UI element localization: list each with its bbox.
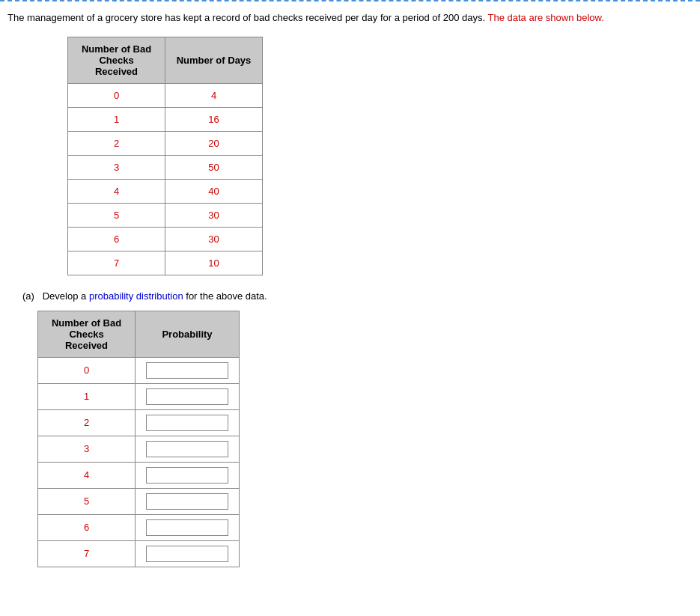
prob-checks-value: 7: [38, 540, 136, 567]
prob-table-row: 6: [38, 514, 240, 540]
table-row: 116: [68, 107, 263, 131]
prob-checks-value: 3: [38, 436, 136, 462]
prob-checks-value: 6: [38, 514, 136, 540]
prob-table-row: 0: [38, 357, 240, 383]
prob-input-7[interactable]: [146, 546, 228, 562]
checks-value: 2: [68, 131, 165, 155]
days-value: 16: [165, 107, 263, 131]
prob-col1-header: Number of Bad Checks Received: [38, 311, 136, 357]
prob-table-row: 1: [38, 383, 240, 409]
part-a-label: (a) Develop a probability distribution f…: [22, 290, 678, 302]
days-value: 20: [165, 131, 263, 155]
col1-header: Number of Bad Checks Received: [68, 37, 165, 83]
intro-text-highlight: The data are shown below.: [487, 12, 603, 23]
prob-checks-value: 2: [38, 409, 136, 436]
part-a-letter: (a): [22, 290, 34, 302]
prob-input-2[interactable]: [146, 415, 228, 431]
prob-table-row: 2: [38, 409, 240, 436]
checks-value: 6: [68, 227, 165, 251]
prob-checks-value: 4: [38, 462, 136, 488]
prob-input-5[interactable]: [146, 493, 228, 510]
table-row: 630: [68, 227, 263, 251]
table-row: 530: [68, 203, 263, 227]
days-value: 10: [165, 251, 263, 275]
prob-table-row: 7: [38, 540, 240, 567]
table-row: 710: [68, 251, 263, 275]
prob-input-cell[interactable]: [136, 409, 240, 436]
prob-table-row: 4: [38, 462, 240, 488]
prob-input-6[interactable]: [146, 519, 228, 536]
prob-table-row: 3: [38, 436, 240, 462]
days-value: 30: [165, 227, 263, 251]
checks-value: 0: [68, 83, 165, 107]
checks-value: 1: [68, 107, 165, 131]
checks-value: 3: [68, 155, 165, 179]
part-a-instruction-end: for the above data.: [186, 290, 267, 302]
prob-table: Number of Bad Checks Received Probabilit…: [37, 311, 240, 567]
top-border: [0, 0, 700, 1]
intro-text-before: The management of a grocery store has ke…: [7, 12, 485, 23]
prob-input-cell[interactable]: [136, 462, 240, 488]
intro-paragraph: The management of a grocery store has ke…: [0, 6, 700, 33]
table-row: 350: [68, 155, 263, 179]
days-value: 30: [165, 203, 263, 227]
checks-value: 7: [68, 251, 165, 275]
prob-input-0[interactable]: [146, 362, 228, 379]
col2-header: Number of Days: [165, 37, 263, 83]
prob-input-cell[interactable]: [136, 383, 240, 409]
prob-input-cell[interactable]: [136, 514, 240, 540]
prob-checks-value: 1: [38, 383, 136, 409]
part-a-instruction-blue: probability distribution: [89, 290, 183, 302]
table-row: 220: [68, 131, 263, 155]
days-value: 4: [165, 83, 263, 107]
checks-value: 5: [68, 203, 165, 227]
prob-checks-value: 5: [38, 488, 136, 514]
prob-input-cell[interactable]: [136, 357, 240, 383]
part-a-instruction-start: Develop a: [43, 290, 87, 302]
checks-value: 4: [68, 179, 165, 203]
days-value: 50: [165, 155, 263, 179]
prob-checks-value: 0: [38, 357, 136, 383]
prob-table-row: 5: [38, 488, 240, 514]
prob-input-cell[interactable]: [136, 540, 240, 567]
prob-input-4[interactable]: [146, 467, 228, 484]
table-row: 440: [68, 179, 263, 203]
prob-input-cell[interactable]: [136, 488, 240, 514]
prob-input-1[interactable]: [146, 388, 228, 405]
prob-input-3[interactable]: [146, 441, 228, 457]
prob-input-cell[interactable]: [136, 436, 240, 462]
table-row: 04: [68, 83, 263, 107]
prob-col2-header: Probability: [136, 311, 240, 357]
data-table: Number of Bad Checks Received Number of …: [67, 37, 263, 275]
content-area: Number of Bad Checks Received Number of …: [0, 33, 700, 582]
days-value: 40: [165, 179, 263, 203]
